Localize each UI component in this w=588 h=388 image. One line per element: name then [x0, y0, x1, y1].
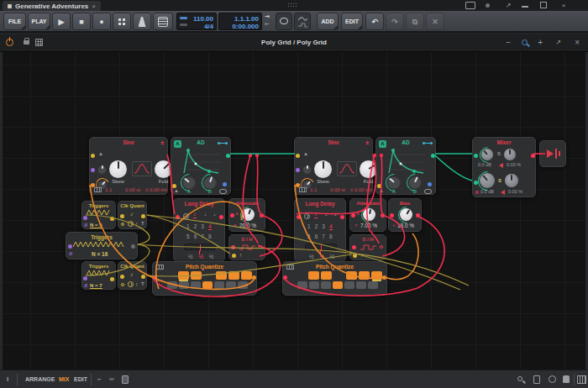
attenuate-value[interactable]: 7.00 %: [350, 223, 387, 228]
project-tab-close-icon[interactable]: ×: [92, 3, 96, 10]
semitone-value[interactable]: 0.00 st: [330, 187, 345, 192]
file-button[interactable]: FILE: [3, 13, 26, 30]
hand-tool-icon[interactable]: [563, 375, 570, 383]
white-keys-row[interactable]: [297, 281, 378, 289]
trigger-input-port[interactable]: [232, 254, 236, 258]
arrange-view-button[interactable]: ARRANGE: [25, 376, 55, 382]
mode-port[interactable]: [121, 283, 124, 286]
ratio-value[interactable]: 1:1: [310, 187, 317, 192]
play-menu-button[interactable]: PLAY: [28, 13, 50, 30]
search-icon[interactable]: [517, 376, 522, 381]
clock-input-port[interactable]: [120, 275, 124, 279]
loop-icon[interactable]: [219, 189, 227, 194]
pitch-output-port[interactable]: [252, 275, 256, 280]
position-display[interactable]: 1.1.1.00 0:00.000: [218, 13, 262, 30]
skew-knob[interactable]: [109, 160, 127, 178]
eighth-note-icon[interactable]: ♪: [193, 211, 197, 218]
tempo-display[interactable]: 110.00 4/4: [176, 13, 217, 30]
mode-port[interactable]: [121, 223, 124, 226]
trigger-m倒ode-toggle-icon[interactable]: [218, 142, 228, 144]
pitch-mode-icon[interactable]: [94, 187, 102, 192]
duplicate-button[interactable]: ⧉: [406, 13, 424, 30]
time-signature-value[interactable]: 4/4: [204, 23, 213, 31]
input-port[interactable]: [390, 213, 394, 218]
trigger-input-port[interactable]: [377, 184, 381, 188]
pitch-input-port[interactable]: [153, 275, 157, 280]
phase-input-port[interactable]: [91, 183, 95, 187]
decay-knob[interactable]: [203, 176, 217, 189]
fine-tune-value[interactable]: ± 0.00 Hz: [145, 187, 167, 192]
retrigger-port[interactable]: [296, 168, 300, 172]
pitch-output-port[interactable]: [382, 275, 386, 280]
module-audio-out[interactable]: [539, 140, 566, 167]
ch1-gain-value[interactable]: 0.0 dB: [478, 162, 491, 167]
module-clk-quant-a[interactable]: Clk Quant ♪ ↑ T: [118, 201, 147, 229]
ch2-solo-button[interactable]: S: [498, 178, 501, 183]
pitch-input-port[interactable]: [91, 154, 95, 158]
time-value[interactable]: 0:00.000: [232, 23, 259, 31]
trigger-count-value[interactable]: N = 7: [90, 283, 102, 289]
attack-knob[interactable]: [182, 176, 196, 189]
signal-output-port[interactable]: [219, 215, 223, 219]
module-triggers-5[interactable]: Triggers ø N = 5: [81, 201, 116, 229]
mod-output-port[interactable]: [428, 182, 432, 186]
ch1-input-port[interactable]: [474, 154, 478, 158]
attenuate-value[interactable]: 20.0 %: [229, 223, 266, 228]
env-output-port[interactable]: [431, 154, 435, 158]
module-bias[interactable]: Bias + 18.0 %: [388, 198, 422, 232]
signal-output-port[interactable]: [340, 215, 344, 219]
module-triggers-7[interactable]: Triggers ø N = 7: [81, 261, 116, 290]
workflow-button[interactable]: [113, 13, 131, 30]
pitch-mode-icon[interactable]: [299, 187, 307, 192]
module-sine-b[interactable]: Sine ± ▲ Skew Fold 1:1 0.00 st ± 0.00 Hz: [294, 137, 373, 195]
ch2-mute-icon[interactable]: [501, 190, 505, 195]
edit-button[interactable]: EDIT: [341, 13, 363, 30]
ratio-value[interactable]: 1:1: [105, 187, 112, 192]
retrigger-port[interactable]: [83, 276, 87, 281]
trigger-mode-toggle-icon[interactable]: [423, 142, 433, 144]
skew-knob[interactable]: [314, 160, 332, 178]
ch2-mod-port[interactable]: [475, 191, 479, 194]
zoom-tool-icon[interactable]: [522, 39, 528, 45]
half-note-icon[interactable]: ♩: [334, 211, 340, 218]
delete-button[interactable]: ✕: [426, 13, 444, 30]
zoom-out-icon[interactable]: −: [506, 38, 511, 48]
eighth-note-icon[interactable]: ♪: [314, 211, 318, 218]
output-port[interactable]: [381, 213, 385, 218]
quarter-note-icon[interactable]: ♩: [325, 211, 331, 218]
quarter-note-icon[interactable]: ♩: [204, 211, 210, 218]
clock-icon[interactable]: [549, 375, 556, 383]
snap-icon[interactable]: ⌐: [97, 375, 102, 383]
ch1-solo-button[interactable]: S: [497, 151, 501, 156]
undo-button[interactable]: ↶: [365, 13, 384, 30]
module-sine-a[interactable]: Sine ± ▲ Skew Fold 1:1 0.00 st ± 0.00 Hz: [89, 137, 168, 195]
module-pitch-quantize-a[interactable]: Pitch Quantize: [152, 261, 257, 296]
delay-steps-row-2[interactable]: 5678: [186, 233, 212, 239]
module-attenuate-a[interactable]: Attenuate × × 20.0 %: [228, 198, 265, 232]
record-button[interactable]: ●: [92, 13, 111, 30]
delay-time-display[interactable]: [184, 244, 216, 250]
play-button[interactable]: ▶: [52, 13, 71, 30]
window-drag-handle-icon[interactable]: [287, 3, 298, 8]
decay-knob[interactable]: [408, 176, 422, 189]
loop-icon[interactable]: [424, 189, 432, 194]
display-profile-icon[interactable]: [465, 2, 475, 9]
redo-button[interactable]: ↷: [386, 13, 404, 30]
module-pitch-quantize-b[interactable]: Pitch Quantize: [282, 261, 387, 296]
ch2-pan-value[interactable]: 0.00 %: [508, 189, 522, 194]
mix-output-port[interactable]: [531, 154, 535, 158]
module-mixer[interactable]: Mixer S 0.0 dB 0.00 % S 0.0 dB 0.00 %: [472, 137, 536, 197]
retrigger-port[interactable]: [83, 216, 87, 220]
black-keys-row[interactable]: [178, 271, 252, 280]
mix-view-button[interactable]: MIX: [59, 376, 69, 382]
attenuate-knob[interactable]: [363, 208, 375, 221]
pitch-mod-knob[interactable]: [97, 165, 107, 174]
input-port[interactable]: [230, 213, 234, 218]
output-port[interactable]: [416, 213, 420, 218]
pitch-mod-knob[interactable]: [302, 165, 312, 174]
ch1-mute-icon[interactable]: [499, 163, 503, 168]
pointer-tool-icon[interactable]: I: [7, 375, 8, 383]
trigger-input-port[interactable]: [172, 184, 176, 188]
clock-output-port[interactable]: [141, 214, 145, 218]
fraction-row[interactable]: ½½½: [309, 254, 334, 260]
